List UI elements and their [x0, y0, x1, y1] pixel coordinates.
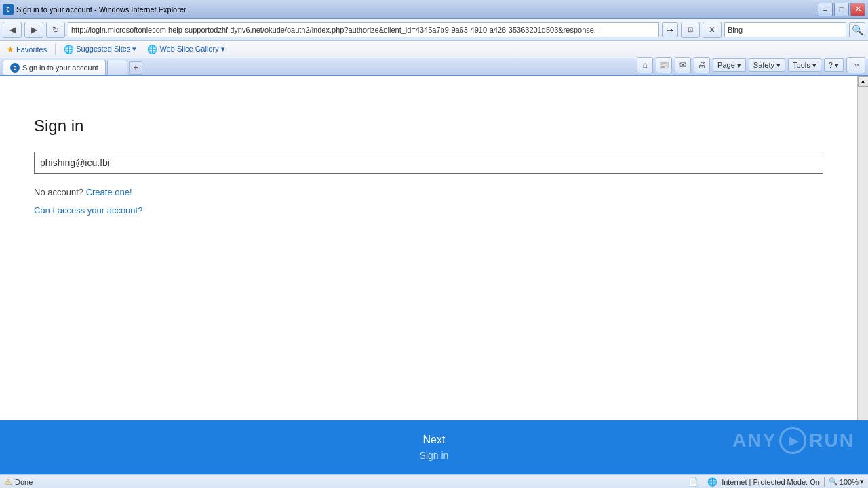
ie-logo-icon: e [3, 4, 14, 15]
content-area: Sign in No account? Create one! Can t ac… [0, 76, 857, 420]
favorites-bar: ★ Favorites 🌐 Suggested Sites ▾ 🌐 Web Sl… [0, 41, 868, 58]
restore-button[interactable]: □ [834, 3, 849, 16]
anyrun-text-any: ANY [732, 430, 776, 451]
warning-icon: ⚠ [4, 476, 12, 487]
anyrun-text-run: RUN [809, 430, 854, 451]
status-right: 📄 🌐 Internet | Protected Mode: On 🔍 100%… [688, 477, 864, 487]
title-bar: e Sign in to your account - Windows Inte… [0, 0, 868, 19]
sign-in-container: Sign in No account? Create one! Can t ac… [0, 76, 857, 216]
title-bar-left: e Sign in to your account - Windows Inte… [3, 4, 186, 15]
tab-label: Sign in to your account [22, 64, 98, 72]
anyrun-logo: ANY RUN [732, 427, 854, 454]
anyrun-play-icon [779, 427, 806, 454]
status-left: ⚠ Done [4, 476, 683, 487]
status-bar: ⚠ Done 📄 🌐 Internet | Protected Mode: On… [0, 474, 868, 488]
status-globe-icon: 🌐 [707, 477, 717, 487]
zoom-level: 100% [840, 478, 859, 486]
no-account-row: No account? Create one! [34, 187, 823, 197]
status-page-icon: 📄 [688, 477, 698, 487]
toolbar-right: ⌂ 📰 ✉ 🖨 Page ▾ Safety ▾ Tools ▾ ? ▾ ≫ [637, 57, 865, 75]
reload-button[interactable]: ↻ [46, 22, 65, 38]
bottom-action-bar: Next Sign in ANY RUN [0, 420, 868, 474]
refresh-stop-button[interactable]: ✕ [703, 22, 722, 38]
title-bar-controls: – □ ✕ [818, 3, 865, 16]
tab-bar: e Sign in to your account + ⌂ 📰 ✉ 🖨 Page… [0, 58, 868, 76]
search-go-button[interactable]: 🔍 [849, 22, 865, 37]
tab-blank[interactable] [107, 60, 127, 75]
url-input[interactable] [68, 22, 659, 37]
suggested-sites-button[interactable]: 🌐 Suggested Sites ▾ [61, 43, 139, 56]
zoom-icon: 🔍 [829, 477, 838, 486]
compatibility-button[interactable]: ⊡ [681, 22, 700, 38]
address-bar: ◀ ▶ ↻ → ⊡ ✕ 🔍 [0, 19, 868, 41]
home-button[interactable]: ⌂ [637, 57, 653, 73]
zoom-indicator[interactable]: 🔍 100% ▾ [829, 477, 864, 486]
zone-text: Internet | Protected Mode: On [722, 478, 820, 486]
status-separator-2 [824, 477, 825, 487]
cant-access-link[interactable]: Can t access your account? [34, 205, 142, 216]
tools-button[interactable]: Tools ▾ [788, 58, 821, 72]
cant-access-row: Can t access your account? [34, 205, 823, 216]
window-title: Sign in to your account - Windows Intern… [16, 5, 186, 14]
favorites-label: Favorites [16, 45, 47, 54]
suggested-sites-label: Suggested Sites ▾ [76, 45, 136, 54]
email-input[interactable] [34, 152, 823, 174]
sign-in-heading: Sign in [34, 117, 823, 136]
help-button[interactable]: ? ▾ [824, 58, 844, 72]
expand-button[interactable]: ≫ [846, 57, 865, 73]
new-tab-button[interactable]: + [129, 61, 142, 75]
create-account-link[interactable]: Create one! [86, 187, 132, 197]
star-icon: ★ [7, 45, 14, 54]
close-button[interactable]: ✕ [850, 3, 865, 16]
read-mail-button[interactable]: ✉ [675, 57, 691, 73]
status-separator-1 [703, 477, 703, 487]
back-button[interactable]: ◀ [3, 22, 22, 38]
go-button[interactable]: → [662, 22, 678, 37]
safety-button[interactable]: Safety ▾ [749, 58, 785, 72]
tab-ie-icon: e [10, 63, 20, 73]
web-slice-label: Web Slice Gallery ▾ [159, 45, 224, 54]
favorites-button[interactable]: ★ Favorites [4, 43, 50, 56]
sign-in-bottom-link[interactable]: Sign in [420, 450, 449, 461]
print-button[interactable]: 🖨 [694, 57, 710, 73]
forward-button[interactable]: ▶ [24, 22, 43, 38]
fav-separator [55, 44, 56, 55]
no-account-text: No account? [34, 187, 83, 197]
web-slice-gallery-button[interactable]: 🌐 Web Slice Gallery ▾ [144, 43, 227, 56]
minimize-button[interactable]: – [818, 3, 833, 16]
zoom-chevron: ▾ [860, 477, 864, 486]
next-button[interactable]: Next [423, 434, 446, 446]
scroll-up-arrow[interactable]: ▲ [858, 76, 869, 87]
feeds-button[interactable]: 📰 [656, 57, 672, 73]
ie-small-icon: 🌐 [64, 45, 74, 54]
web-slice-icon: 🌐 [147, 45, 157, 54]
status-done: Done [15, 478, 33, 486]
active-tab[interactable]: e Sign in to your account [3, 60, 106, 75]
vertical-scrollbar[interactable]: ▲ ▼ [857, 76, 868, 465]
scroll-track[interactable] [858, 87, 868, 454]
page-button[interactable]: Page ▾ [713, 58, 746, 72]
search-input[interactable] [724, 22, 846, 37]
